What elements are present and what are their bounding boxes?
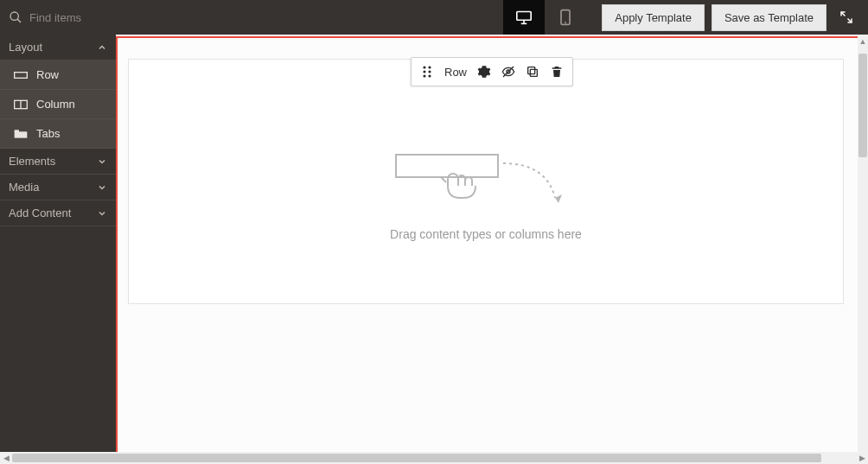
sidebar-item-tabs[interactable]: Tabs — [0, 119, 116, 149]
sidebar-item-label: Column — [36, 98, 75, 111]
device-mobile-button[interactable] — [545, 0, 586, 35]
fullscreen-icon[interactable] — [839, 10, 854, 25]
sidebar-item-row[interactable]: Row — [0, 60, 116, 90]
vertical-scroll-thumb[interactable] — [858, 54, 867, 157]
sidebar-section-media[interactable]: Media — [0, 175, 116, 200]
drag-handle-icon[interactable] — [420, 65, 434, 79]
svg-point-16 — [423, 70, 425, 73]
gear-icon[interactable] — [477, 65, 491, 79]
sidebar-item-label: Tabs — [36, 127, 60, 140]
svg-point-15 — [428, 66, 431, 68]
sidebar-section-label: Add Content — [9, 207, 71, 219]
scroll-up-icon[interactable]: ▲ — [858, 36, 868, 47]
save-as-template-button[interactable]: Save as Template — [712, 4, 827, 31]
mobile-icon — [559, 9, 571, 26]
search-wrap — [0, 10, 199, 24]
sidebar-section-label: Layout — [9, 41, 42, 54]
svg-rect-13 — [15, 130, 19, 132]
drop-illustration — [129, 151, 843, 212]
canvas: ▲ ▼ Row — [116, 35, 868, 464]
device-toggles — [503, 0, 586, 35]
desktop-icon — [515, 10, 533, 25]
search-input[interactable] — [29, 11, 168, 24]
search-icon — [9, 10, 22, 24]
trash-icon[interactable] — [550, 65, 564, 79]
vertical-scrollbar[interactable]: ▲ ▼ — [858, 35, 868, 464]
chevron-down-icon — [97, 182, 107, 193]
svg-rect-9 — [15, 72, 28, 78]
topbar: Apply Template Save as Template — [0, 0, 868, 35]
row-toolbar: Row — [411, 57, 573, 86]
svg-point-0 — [10, 12, 18, 20]
scroll-left-icon[interactable]: ◀ — [0, 454, 12, 462]
sidebar-section-label: Elements — [9, 155, 55, 168]
chevron-up-icon — [97, 42, 107, 53]
svg-point-14 — [423, 66, 425, 68]
svg-line-1 — [17, 19, 21, 22]
svg-point-17 — [428, 70, 431, 73]
svg-rect-24 — [396, 155, 498, 177]
horizontal-scroll-thumb[interactable] — [12, 454, 821, 462]
sidebar-section-layout[interactable]: Layout — [0, 35, 116, 60]
scroll-right-icon[interactable]: ▶ — [856, 454, 868, 462]
chevron-down-icon — [97, 208, 107, 219]
drop-hint-text: Drag content types or columns here — [129, 227, 843, 241]
horizontal-scrollbar[interactable]: ◀ ▶ — [0, 452, 868, 464]
apply-template-button[interactable]: Apply Template — [602, 4, 705, 31]
sidebar-item-label: Row — [36, 68, 59, 81]
duplicate-icon[interactable] — [526, 65, 539, 79]
horizontal-scroll-track[interactable] — [12, 454, 856, 462]
sidebar-section-elements[interactable]: Elements — [0, 149, 116, 175]
svg-marker-26 — [555, 194, 562, 203]
svg-rect-22 — [530, 69, 537, 76]
svg-point-18 — [423, 74, 425, 77]
svg-rect-12 — [15, 131, 28, 137]
sidebar-section-add-content[interactable]: Add Content — [0, 200, 116, 226]
tabs-icon — [14, 129, 28, 139]
svg-point-19 — [428, 74, 431, 77]
row-toolbar-label: Row — [444, 66, 467, 79]
body: Layout Row Column Tabs Elements Media — [0, 35, 868, 464]
row-icon — [14, 70, 28, 80]
column-icon — [14, 99, 28, 110]
chevron-down-icon — [97, 156, 107, 167]
app-root: Apply Template Save as Template Layout R… — [0, 0, 868, 464]
svg-rect-2 — [517, 11, 531, 20]
hide-icon[interactable] — [501, 65, 515, 79]
sidebar-section-label: Media — [9, 181, 39, 194]
device-desktop-button[interactable] — [503, 0, 545, 35]
sidebar-item-column[interactable]: Column — [0, 90, 116, 119]
svg-rect-23 — [528, 67, 535, 74]
sidebar: Layout Row Column Tabs Elements Media — [0, 35, 116, 464]
top-actions: Apply Template Save as Template — [586, 4, 868, 31]
row-dropzone[interactable]: Drag content types or columns here — [128, 59, 844, 304]
